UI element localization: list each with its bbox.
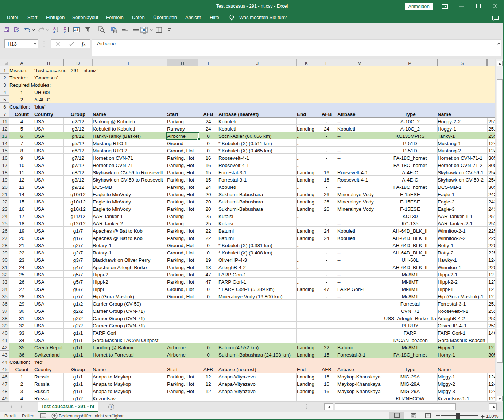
svg-text:Z: Z: [53, 30, 55, 33]
svg-text:A: A: [64, 30, 66, 33]
